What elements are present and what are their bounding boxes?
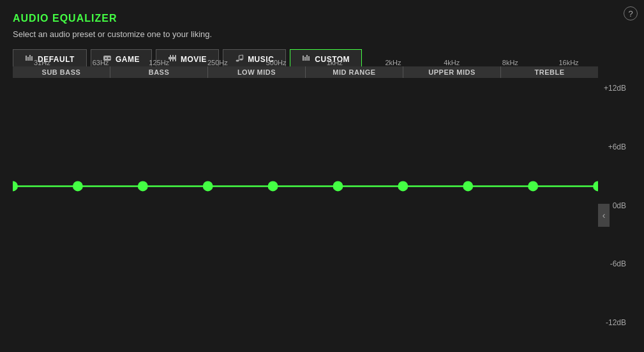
db-label: +6dB	[601, 143, 626, 151]
freq-label: 16kHz	[550, 59, 588, 66]
db-label: -6dB	[601, 260, 626, 268]
eq-handle-8[interactable]	[528, 181, 538, 191]
band-label: BASS	[110, 66, 208, 78]
page-subtitle: Select an audio preset or customize one …	[13, 29, 631, 39]
freq-label: 4kHz	[433, 59, 471, 66]
eq-handle-1[interactable]	[73, 181, 83, 191]
db-label: -12dB	[601, 319, 626, 326]
svg-line-20	[239, 55, 243, 56]
freq-label: 8kHz	[491, 59, 529, 66]
svg-rect-12	[174, 55, 175, 57]
freq-label: 250Hz	[198, 59, 237, 66]
svg-rect-10	[168, 55, 170, 57]
band-label: LOW MIDS	[208, 66, 306, 78]
svg-rect-11	[171, 55, 172, 57]
eq-handle-0[interactable]	[13, 181, 18, 191]
band-label: UPPER MIDS	[403, 66, 501, 78]
eq-handle-7[interactable]	[463, 181, 473, 191]
eq-handle-6[interactable]	[398, 181, 408, 191]
freq-label: 63Hz	[82, 59, 120, 66]
freq-label: 1kHz	[315, 59, 354, 66]
help-button[interactable]: ?	[624, 6, 638, 20]
freq-label: 125Hz	[140, 59, 178, 66]
band-label: TREBLE	[501, 66, 598, 78]
band-labels: SUB BASSBASSLOW MIDSMID RANGEUPPER MIDST…	[13, 66, 598, 78]
freq-label: 31Hz	[23, 59, 61, 66]
scroll-arrow[interactable]: ‹	[598, 204, 610, 227]
freq-label: 2kHz	[374, 59, 412, 66]
eq-area: 31Hz63Hz125Hz250Hz500Hz1kHz2kHz4kHz8kHz1…	[13, 78, 631, 352]
eq-handle-9[interactable]	[593, 181, 598, 191]
eq-handle-3[interactable]	[203, 181, 213, 191]
band-label: MID RANGE	[306, 66, 403, 78]
freq-labels: 31Hz63Hz125Hz250Hz500Hz1kHz2kHz4kHz8kHz1…	[13, 59, 598, 66]
band-label: SUB BASS	[13, 66, 110, 78]
db-label: +12dB	[601, 84, 626, 92]
page-title: AUDIO EQUALIZER	[13, 13, 631, 24]
eq-handle-5[interactable]	[333, 181, 343, 191]
eq-svg	[13, 78, 598, 295]
eq-handle-2[interactable]	[138, 181, 148, 191]
freq-label: 500Hz	[257, 59, 296, 66]
eq-handle-4[interactable]	[268, 181, 278, 191]
